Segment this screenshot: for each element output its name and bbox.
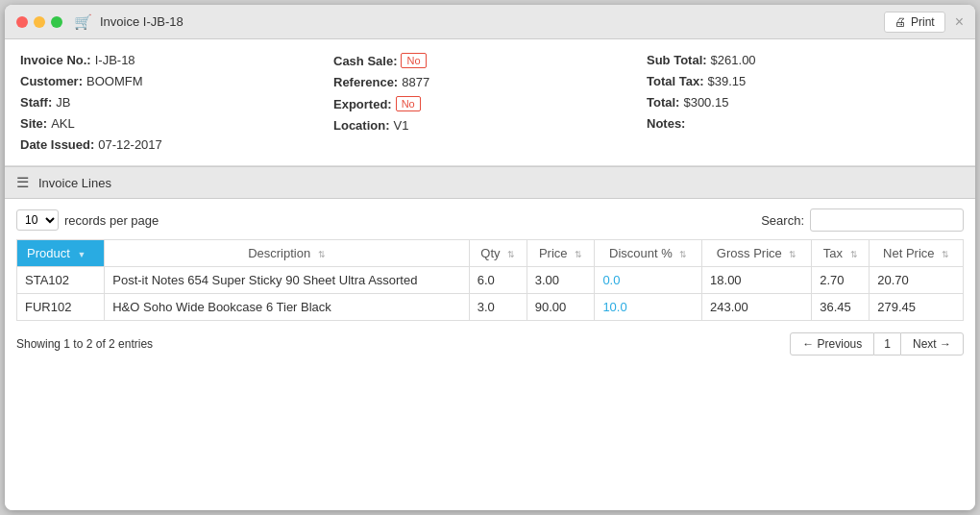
invoice-header: Invoice No.: I-JB-18 Customer: BOOMFM St… [5, 39, 975, 166]
col-net-price-label: Net Price [883, 246, 934, 260]
pagination-controls: ← Previous 1 Next → [790, 332, 964, 356]
invoice-lines-section: ☰ Invoice Lines [5, 166, 975, 199]
cart-icon: 🛒 [74, 13, 92, 31]
total-tax-label: Total Tax: [647, 74, 703, 88]
window-title: Invoice I-JB-18 [100, 14, 884, 29]
invoice-number-label: Invoice No.: [20, 53, 91, 67]
sort-net-icon: ⇅ [942, 250, 949, 259]
col-qty-label: Qty [480, 246, 500, 260]
cell-gross-price-1: 243.00 [702, 294, 812, 321]
per-page-select[interactable]: 10 25 50 [16, 209, 59, 231]
col-price[interactable]: Price ⇅ [527, 240, 595, 267]
cell-tax-0: 2.70 [812, 267, 870, 294]
invoice-lines-table: Product ▼ Description ⇅ Qty ⇅ Price ⇅ [16, 239, 964, 321]
exported-badge: No [396, 96, 421, 111]
sort-gross-icon: ⇅ [789, 250, 796, 259]
sub-total-value: $261.00 [711, 53, 756, 67]
invoice-number-row: Invoice No.: I-JB-18 [20, 53, 333, 67]
cash-sale-label: Cash Sale: [333, 54, 397, 68]
total-value: $300.15 [683, 95, 728, 110]
sort-product-icon: ▼ [77, 250, 86, 259]
col-qty[interactable]: Qty ⇅ [469, 240, 527, 267]
total-row: Total: $300.15 [647, 95, 960, 110]
customer-value: BOOMFM [86, 74, 143, 88]
records-per-page-label: records per page [64, 213, 159, 228]
customer-row: Customer: BOOMFM [20, 74, 333, 88]
date-row: Date Issued: 07-12-2017 [20, 137, 333, 152]
showing-text: Showing 1 to 2 of 2 entries [16, 337, 153, 351]
col-gross-price[interactable]: Gross Price ⇅ [702, 240, 812, 267]
page-number: 1 [874, 332, 900, 356]
total-label: Total: [647, 95, 679, 110]
location-row: Location: V1 [333, 118, 647, 133]
customer-label: Customer: [20, 74, 83, 88]
col-product-label: Product [27, 246, 70, 260]
menu-icon: ☰ [16, 174, 29, 191]
records-per-page-control: 10 25 50 records per page [16, 209, 159, 231]
cell-discount-0: 0.0 [595, 267, 702, 294]
table-area: 10 25 50 records per page Search: Produc… [5, 199, 975, 510]
col-net-price[interactable]: Net Price ⇅ [870, 240, 964, 267]
staff-label: Staff: [20, 95, 52, 110]
invoice-col-1: Invoice No.: I-JB-18 Customer: BOOMFM St… [20, 53, 333, 152]
close-button[interactable]: × [955, 13, 964, 31]
cell-tax-1: 36.45 [812, 294, 870, 321]
window-controls [16, 16, 62, 28]
cell-product-0: STA102 [17, 267, 105, 294]
site-row: Site: AKL [20, 116, 333, 131]
table-controls: 10 25 50 records per page Search: [16, 208, 964, 232]
col-price-label: Price [539, 246, 568, 260]
next-button[interactable]: Next → [900, 332, 964, 356]
previous-button[interactable]: ← Previous [790, 332, 874, 356]
exported-row: Exported: No [333, 96, 647, 111]
cell-net-price-1: 279.45 [870, 294, 964, 321]
search-label: Search: [761, 213, 804, 228]
cell-gross-price-0: 18.00 [702, 267, 812, 294]
reference-row: Reference: 8877 [333, 75, 647, 89]
staff-value: JB [56, 95, 70, 110]
notes-label: Notes: [647, 116, 685, 131]
sort-discount-icon: ⇅ [679, 250, 687, 259]
notes-row: Notes: [647, 116, 960, 131]
print-button[interactable]: 🖨 Print [884, 12, 945, 33]
site-label: Site: [20, 116, 47, 131]
col-tax[interactable]: Tax ⇅ [812, 240, 870, 267]
cell-description-0: Post-it Notes 654 Super Sticky 90 Sheet … [105, 267, 469, 294]
main-window: 🛒 Invoice I-JB-18 🖨 Print × Invoice No.:… [5, 5, 975, 510]
title-bar: 🛒 Invoice I-JB-18 🖨 Print × [5, 5, 975, 39]
pagination-row: Showing 1 to 2 of 2 entries ← Previous 1… [16, 329, 964, 359]
location-label: Location: [333, 118, 390, 133]
close-dot[interactable] [16, 16, 28, 28]
total-tax-value: $39.15 [707, 74, 746, 88]
total-tax-row: Total Tax: $39.15 [647, 74, 960, 88]
reference-label: Reference: [333, 75, 398, 89]
invoice-col-2: Cash Sale: No Reference: 8877 Exported: … [333, 53, 647, 152]
col-discount[interactable]: Discount % ⇅ [595, 240, 702, 267]
search-area: Search: [761, 208, 964, 232]
date-label: Date Issued: [20, 137, 94, 152]
cell-discount-1: 10.0 [595, 294, 702, 321]
col-product[interactable]: Product ▼ [17, 240, 105, 267]
table-row: FUR102 H&O Soho Wide Bookcase 6 Tier Bla… [17, 294, 964, 321]
cash-sale-row: Cash Sale: No [333, 53, 647, 68]
cell-qty-1: 3.0 [469, 294, 527, 321]
print-label: Print [911, 15, 935, 29]
search-input[interactable] [810, 208, 964, 232]
table-row: STA102 Post-it Notes 654 Super Sticky 90… [17, 267, 964, 294]
minimize-dot[interactable] [34, 16, 45, 28]
invoice-number-value: I-JB-18 [95, 53, 135, 67]
location-value: V1 [394, 118, 409, 133]
sort-tax-icon: ⇅ [850, 250, 858, 259]
cell-description-1: H&O Soho Wide Bookcase 6 Tier Black [105, 294, 469, 321]
col-description[interactable]: Description ⇅ [105, 240, 469, 267]
col-discount-label: Discount % [609, 246, 673, 260]
cell-price-1: 90.00 [527, 294, 595, 321]
cell-price-0: 3.00 [527, 267, 595, 294]
cell-qty-0: 6.0 [469, 267, 527, 294]
sort-description-icon: ⇅ [318, 250, 326, 259]
sub-total-label: Sub Total: [647, 53, 707, 67]
sort-price-icon: ⇅ [575, 250, 582, 259]
cell-product-1: FUR102 [17, 294, 105, 321]
col-gross-price-label: Gross Price [717, 246, 782, 260]
maximize-dot[interactable] [51, 16, 62, 28]
